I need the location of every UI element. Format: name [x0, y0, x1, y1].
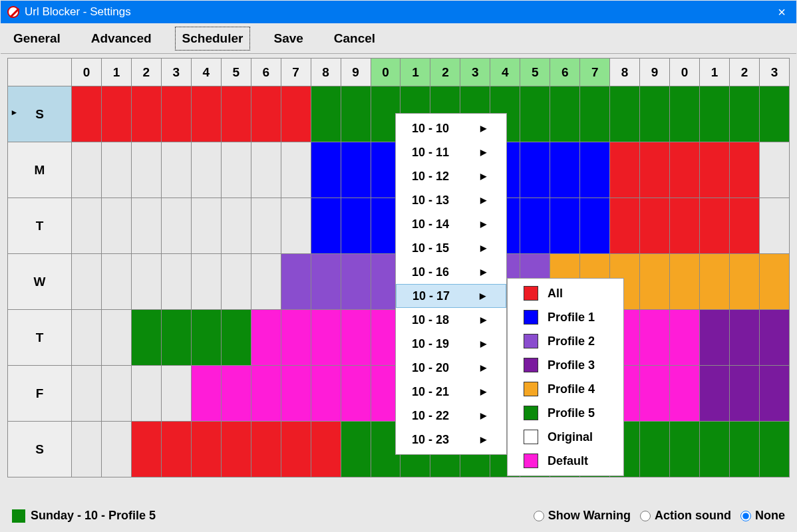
hour-header[interactable]: 6 — [550, 59, 580, 86]
schedule-cell[interactable] — [161, 86, 191, 142]
schedule-cell[interactable] — [729, 366, 759, 422]
schedule-cell[interactable] — [640, 142, 670, 198]
schedule-cell[interactable] — [191, 198, 221, 254]
hour-header[interactable]: 3 — [161, 59, 191, 86]
menu-item-range[interactable]: 10 - 18▶ — [396, 308, 506, 332]
hour-header[interactable]: 6 — [251, 59, 281, 86]
menu-item-profile[interactable]: Profile 2 — [508, 329, 623, 353]
schedule-cell[interactable] — [72, 198, 102, 254]
menu-item-range[interactable]: 10 - 20▶ — [396, 356, 506, 380]
schedule-cell[interactable] — [131, 142, 161, 198]
schedule-cell[interactable] — [640, 366, 670, 422]
schedule-cell[interactable] — [161, 198, 191, 254]
schedule-cell[interactable] — [251, 310, 281, 366]
close-icon[interactable]: × — [774, 5, 790, 20]
day-header[interactable]: F — [8, 366, 72, 422]
schedule-cell[interactable] — [640, 254, 670, 310]
schedule-cell[interactable] — [72, 86, 102, 142]
schedule-cell[interactable] — [191, 366, 221, 422]
schedule-cell[interactable] — [580, 142, 610, 198]
schedule-cell[interactable] — [72, 310, 102, 366]
hour-header[interactable]: 2 — [430, 59, 460, 86]
schedule-cell[interactable] — [281, 86, 311, 142]
menu-item-profile[interactable]: Profile 3 — [508, 353, 623, 377]
schedule-cell[interactable] — [700, 142, 730, 198]
schedule-cell[interactable] — [729, 310, 759, 366]
schedule-cell[interactable] — [72, 142, 102, 198]
schedule-cell[interactable] — [161, 142, 191, 198]
schedule-cell[interactable] — [759, 198, 789, 254]
schedule-cell[interactable] — [520, 142, 550, 198]
menu-item-range[interactable]: 10 - 23▶ — [396, 428, 506, 452]
schedule-cell[interactable] — [311, 422, 341, 477]
menu-item-range[interactable]: 10 - 17▶ — [396, 284, 506, 308]
schedule-cell[interactable] — [101, 198, 131, 254]
schedule-cell[interactable] — [311, 310, 341, 366]
tab-advanced[interactable]: Advanced — [84, 27, 159, 51]
schedule-cell[interactable] — [72, 422, 102, 477]
hour-header[interactable]: 2 — [729, 59, 759, 86]
hour-header[interactable]: 5 — [520, 59, 550, 86]
schedule-cell[interactable] — [580, 86, 610, 142]
schedule-cell[interactable] — [700, 198, 730, 254]
schedule-cell[interactable] — [251, 366, 281, 422]
day-header[interactable]: T — [8, 310, 72, 366]
schedule-cell[interactable] — [341, 422, 371, 477]
schedule-cell[interactable] — [131, 198, 161, 254]
radio-none[interactable]: None — [740, 509, 785, 523]
save-button[interactable]: Save — [266, 27, 310, 51]
schedule-cell[interactable] — [700, 422, 730, 477]
hour-header[interactable]: 1 — [700, 59, 730, 86]
menu-item-range[interactable]: 10 - 11▶ — [396, 140, 506, 164]
schedule-cell[interactable] — [610, 86, 640, 142]
day-header[interactable]: S — [8, 86, 72, 142]
schedule-cell[interactable] — [281, 366, 311, 422]
hour-header[interactable]: 3 — [759, 59, 789, 86]
schedule-cell[interactable] — [670, 254, 700, 310]
schedule-cell[interactable] — [610, 142, 640, 198]
schedule-cell[interactable] — [311, 142, 341, 198]
schedule-cell[interactable] — [191, 254, 221, 310]
hour-header[interactable]: 1 — [101, 59, 131, 86]
schedule-cell[interactable] — [670, 86, 700, 142]
menu-item-range[interactable]: 10 - 10▶ — [396, 116, 506, 140]
hour-header[interactable]: 0 — [72, 59, 102, 86]
day-header[interactable]: T — [8, 198, 72, 254]
hour-header[interactable]: 5 — [221, 59, 251, 86]
schedule-cell[interactable] — [191, 86, 221, 142]
schedule-cell[interactable] — [550, 142, 580, 198]
schedule-cell[interactable] — [221, 86, 251, 142]
schedule-cell[interactable] — [161, 310, 191, 366]
hour-header[interactable]: 1 — [400, 59, 430, 86]
schedule-cell[interactable] — [640, 422, 670, 477]
schedule-cell[interactable] — [640, 86, 670, 142]
hour-header[interactable]: 0 — [670, 59, 700, 86]
schedule-cell[interactable] — [221, 310, 251, 366]
schedule-cell[interactable] — [729, 86, 759, 142]
menu-item-profile[interactable]: Profile 4 — [508, 377, 623, 401]
menu-item-range[interactable]: 10 - 13▶ — [396, 188, 506, 212]
schedule-cell[interactable] — [311, 366, 341, 422]
schedule-cell[interactable] — [341, 86, 371, 142]
schedule-cell[interactable] — [341, 366, 371, 422]
schedule-cell[interactable] — [311, 254, 341, 310]
hour-header[interactable]: 8 — [311, 59, 341, 86]
menu-item-range[interactable]: 10 - 22▶ — [396, 404, 506, 428]
hour-header[interactable]: 9 — [640, 59, 670, 86]
menu-item-range[interactable]: 10 - 16▶ — [396, 260, 506, 284]
schedule-cell[interactable] — [341, 142, 371, 198]
menu-item-profile[interactable]: Default — [508, 449, 623, 473]
tab-general[interactable]: General — [6, 27, 68, 51]
day-header[interactable]: W — [8, 254, 72, 310]
schedule-cell[interactable] — [281, 422, 311, 477]
context-menu-time-range[interactable]: 10 - 10▶10 - 11▶10 - 12▶10 - 13▶10 - 14▶… — [395, 113, 507, 455]
schedule-cell[interactable] — [251, 142, 281, 198]
schedule-cell[interactable] — [281, 198, 311, 254]
schedule-cell[interactable] — [221, 366, 251, 422]
schedule-cell[interactable] — [281, 254, 311, 310]
schedule-cell[interactable] — [640, 310, 670, 366]
schedule-cell[interactable] — [251, 422, 281, 477]
schedule-cell[interactable] — [281, 310, 311, 366]
schedule-cell[interactable] — [729, 198, 759, 254]
hour-header[interactable]: 0 — [371, 59, 400, 86]
